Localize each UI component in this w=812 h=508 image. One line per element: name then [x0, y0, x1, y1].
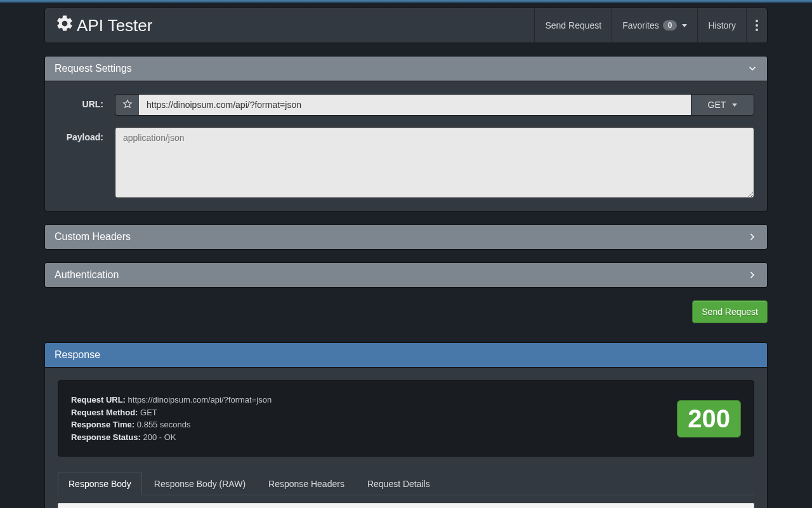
- meta-request-method-value: GET: [140, 408, 157, 417]
- url-input-group: GET: [115, 94, 754, 116]
- panel-response-title: Response: [55, 349, 100, 361]
- url-input[interactable]: [139, 94, 691, 116]
- panel-request-settings-header[interactable]: Request Settings: [45, 57, 767, 81]
- meta-request-url-label: Request URL:: [71, 395, 126, 404]
- panel-request-settings-body: URL: GET: [45, 81, 767, 211]
- meta-response-status-label: Response Status:: [71, 432, 141, 442]
- nav-favorites-label: Favorites: [622, 20, 659, 30]
- tab-response-body-raw-label: Response Body (RAW): [154, 479, 246, 489]
- url-label: URL:: [58, 94, 115, 109]
- meta-response-time: Response Time: 0.855 seconds: [71, 418, 272, 431]
- row-url: URL: GET: [58, 94, 754, 116]
- nav-history-label: History: [708, 20, 736, 30]
- http-method-label: GET: [708, 100, 726, 110]
- response-tabs: Response Body Response Body (RAW) Respon…: [58, 472, 754, 495]
- nav-right: Send Request Favorites 0 History: [534, 8, 767, 43]
- tab-request-details-label: Request Details: [367, 479, 430, 489]
- meta-response-status: Response Status: 200 - OK: [71, 431, 272, 444]
- tab-response-body-raw[interactable]: Response Body (RAW): [143, 472, 256, 495]
- nav-send-request-label: Send Request: [545, 20, 601, 30]
- gear-icon: [55, 14, 74, 37]
- nav-history[interactable]: History: [697, 8, 746, 43]
- favorites-count-badge: 0: [663, 20, 678, 30]
- navbar: API Tester Send Request Favorites 0 Hist…: [44, 8, 768, 43]
- row-payload: Payload:: [58, 127, 754, 198]
- star-outline-icon: [122, 99, 133, 111]
- send-request-row: Send Request: [44, 300, 768, 323]
- panel-custom-headers: Custom Headers: [44, 224, 768, 250]
- panel-authentication-title: Authentication: [55, 269, 119, 281]
- send-request-button-label: Send Request: [702, 307, 758, 317]
- meta-response-time-label: Response Time:: [71, 420, 134, 429]
- meta-request-url: Request URL: https://dinoipsum.com/api/?…: [71, 394, 272, 406]
- app-container: API Tester Send Request Favorites 0 Hist…: [44, 8, 768, 508]
- chevron-down-icon: [747, 64, 757, 74]
- kebab-icon: [756, 20, 758, 31]
- panel-request-settings-title: Request Settings: [55, 63, 132, 74]
- chevron-right-icon: [747, 270, 757, 280]
- panel-response: Response Request URL: https://dinoipsum.…: [44, 342, 768, 508]
- panel-authentication: Authentication: [44, 262, 768, 288]
- app-title: API Tester: [77, 16, 152, 36]
- meta-request-method: Request Method: GET: [71, 406, 272, 419]
- nav-send-request[interactable]: Send Request: [534, 8, 612, 43]
- panel-custom-headers-title: Custom Headers: [55, 231, 131, 243]
- panel-response-header[interactable]: Response: [45, 343, 767, 368]
- tab-response-headers-label: Response Headers: [268, 479, 344, 489]
- caret-down-icon: [732, 104, 737, 107]
- tab-response-headers[interactable]: Response Headers: [258, 472, 355, 495]
- response-result-area[interactable]: [58, 503, 754, 508]
- nav-more-menu[interactable]: [746, 8, 767, 43]
- response-meta: Request URL: https://dinoipsum.com/api/?…: [71, 394, 272, 443]
- app-brand[interactable]: API Tester: [45, 8, 162, 43]
- panel-custom-headers-header[interactable]: Custom Headers: [45, 225, 767, 249]
- tab-response-body-label: Response Body: [69, 479, 131, 489]
- app-viewport[interactable]: API Tester Send Request Favorites 0 Hist…: [0, 3, 812, 508]
- send-request-button[interactable]: Send Request: [692, 300, 768, 323]
- payload-label: Payload:: [58, 127, 115, 142]
- favorite-toggle[interactable]: [115, 94, 139, 116]
- caret-down-icon: [682, 24, 687, 27]
- panel-authentication-header[interactable]: Authentication: [45, 263, 767, 287]
- tab-request-details[interactable]: Request Details: [357, 472, 441, 495]
- payload-textarea[interactable]: [115, 127, 754, 198]
- chevron-right-icon: [747, 232, 757, 242]
- meta-response-time-value: 0.855 seconds: [137, 420, 191, 429]
- tab-response-body[interactable]: Response Body: [58, 472, 142, 495]
- http-method-dropdown[interactable]: GET: [691, 94, 754, 116]
- meta-response-status-value: 200 - OK: [143, 432, 176, 442]
- meta-request-method-label: Request Method:: [71, 408, 138, 417]
- nav-favorites[interactable]: Favorites 0: [612, 8, 697, 43]
- response-summary: Request URL: https://dinoipsum.com/api/?…: [58, 380, 754, 457]
- panel-response-body: Request URL: https://dinoipsum.com/api/?…: [45, 368, 767, 508]
- status-code-badge: 200: [677, 400, 741, 438]
- panel-request-settings: Request Settings URL:: [44, 56, 768, 211]
- meta-request-url-value: https://dinoipsum.com/api/?format=json: [128, 395, 272, 404]
